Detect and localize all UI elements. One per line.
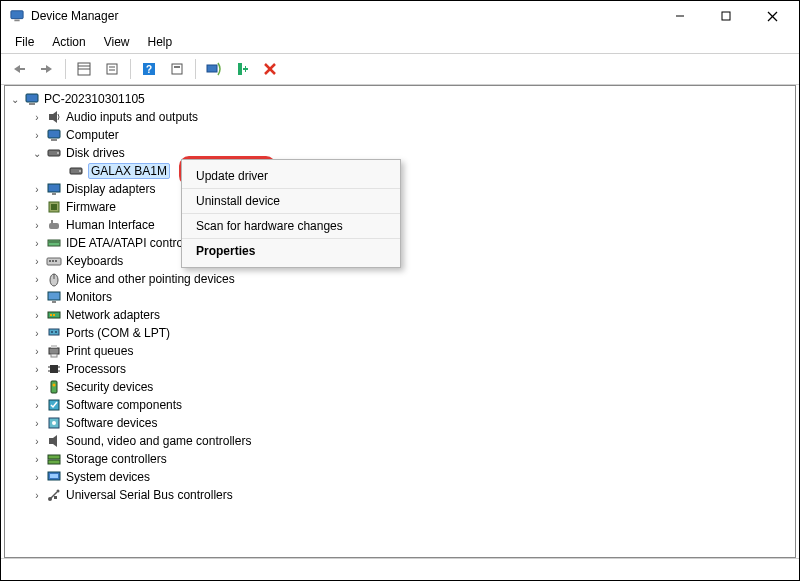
device-tree-pane[interactable]: ⌄ PC-202310301105 › Audio inputs and out… (4, 85, 796, 558)
svg-rect-0 (11, 11, 23, 19)
tree-category-ports-com-lpt-[interactable]: › Ports (COM & LPT) (30, 324, 792, 342)
forward-button[interactable] (35, 58, 59, 80)
close-button[interactable] (749, 1, 795, 31)
expander-icon[interactable]: › (30, 290, 44, 304)
svg-rect-25 (29, 103, 35, 105)
tree-category-display-adapters[interactable]: › Display adapters (30, 180, 792, 198)
maximize-button[interactable] (703, 1, 749, 31)
tree-category-software-components[interactable]: › Software components (30, 396, 792, 414)
tree-category-computer[interactable]: › Computer (30, 126, 792, 144)
context-menu-properties[interactable]: Properties (182, 239, 400, 263)
expander-icon[interactable]: › (30, 380, 44, 394)
tree-category-firmware[interactable]: › Firmware (30, 198, 792, 216)
expander-icon[interactable]: › (30, 254, 44, 268)
tree-category-label: Human Interface (66, 218, 155, 232)
expander-icon[interactable]: › (30, 110, 44, 124)
tree-category-ide-ata-atapi-controllers[interactable]: › IDE ATA/ATAPI controllers (30, 234, 792, 252)
uninstall-button[interactable] (258, 58, 282, 80)
tree-category-label: Display adapters (66, 182, 155, 196)
tree-category-system-devices[interactable]: › System devices (30, 468, 792, 486)
context-menu-update-driver[interactable]: Update driver (182, 164, 400, 189)
expander-icon[interactable]: › (30, 416, 44, 430)
tree-root-label: PC-202310301105 (44, 92, 145, 106)
expander-icon[interactable]: › (30, 272, 44, 286)
menu-file[interactable]: File (7, 33, 42, 51)
svg-rect-34 (52, 193, 56, 195)
svg-rect-27 (48, 130, 60, 138)
tree-root[interactable]: ⌄ PC-202310301105 (8, 90, 792, 108)
expander-icon[interactable]: › (30, 434, 44, 448)
add-legacy-button[interactable] (230, 58, 254, 80)
expander-icon[interactable]: › (30, 488, 44, 502)
title-bar: Device Manager (1, 1, 799, 31)
cpu-icon (46, 361, 62, 377)
tree-category-monitors[interactable]: › Monitors (30, 288, 792, 306)
menu-help[interactable]: Help (140, 33, 181, 51)
tree-category-sound-video-and-game-controllers[interactable]: › Sound, video and game controllers (30, 432, 792, 450)
context-menu-uninstall-device[interactable]: Uninstall device (182, 189, 400, 214)
tree-category-label: Security devices (66, 380, 153, 394)
status-bar (1, 558, 799, 578)
tree-category-label: Software components (66, 398, 182, 412)
menu-view[interactable]: View (96, 33, 138, 51)
svg-rect-16 (172, 64, 182, 74)
tree-category-mice-and-other-pointing-devices[interactable]: › Mice and other pointing devices (30, 270, 792, 288)
expander-icon[interactable]: › (30, 218, 44, 232)
svg-rect-70 (48, 460, 60, 464)
svg-rect-42 (49, 260, 51, 262)
svg-rect-24 (26, 94, 38, 102)
tree-category-network-adapters[interactable]: › Network adapters (30, 306, 792, 324)
expander-icon[interactable]: › (30, 236, 44, 250)
tree-category-print-queues[interactable]: › Print queues (30, 342, 792, 360)
app-icon (9, 8, 25, 24)
svg-rect-68 (49, 438, 53, 444)
minimize-button[interactable] (657, 1, 703, 31)
disk-icon (68, 163, 84, 179)
storage-icon (46, 451, 62, 467)
toolbar-separator (195, 59, 196, 79)
expander-icon[interactable]: › (30, 452, 44, 466)
action-button[interactable] (165, 58, 189, 80)
tree-category-software-devices[interactable]: › Software devices (30, 414, 792, 432)
expander-icon[interactable]: › (30, 128, 44, 142)
svg-rect-21 (245, 66, 246, 72)
svg-rect-37 (49, 223, 59, 229)
svg-rect-17 (174, 66, 180, 68)
tree-category-disk-drives[interactable]: ⌄ Disk drives (30, 144, 792, 162)
svg-rect-11 (107, 64, 117, 74)
expander-icon[interactable]: › (30, 182, 44, 196)
tree-category-security-devices[interactable]: › Security devices (30, 378, 792, 396)
svg-rect-58 (50, 365, 58, 373)
svg-rect-50 (50, 314, 52, 316)
expander-icon[interactable]: ⌄ (8, 92, 22, 106)
tree-category-storage-controllers[interactable]: › Storage controllers (30, 450, 792, 468)
svg-rect-72 (50, 474, 58, 478)
expander-icon[interactable]: › (30, 308, 44, 322)
expander-icon[interactable]: ⌄ (30, 146, 44, 160)
tree-category-universal-serial-bus-controllers[interactable]: › Universal Serial Bus controllers (30, 486, 792, 504)
expander-icon[interactable]: › (30, 362, 44, 376)
expander-icon[interactable]: › (30, 398, 44, 412)
tree-category-label: Mice and other pointing devices (66, 272, 235, 286)
properties-button[interactable] (100, 58, 124, 80)
tree-category-processors[interactable]: › Processors (30, 360, 792, 378)
expander-icon[interactable]: › (30, 200, 44, 214)
tree-category-human-interface[interactable]: › Human Interface (30, 216, 792, 234)
svg-point-64 (53, 384, 56, 387)
svg-rect-7 (41, 68, 46, 70)
expander-icon[interactable]: › (30, 326, 44, 340)
menu-action[interactable]: Action (44, 33, 93, 51)
computer-icon (24, 91, 40, 107)
tree-category-keyboards[interactable]: › Keyboards (30, 252, 792, 270)
expander-icon[interactable]: › (30, 470, 44, 484)
help-button[interactable]: ? (137, 58, 161, 80)
scan-button[interactable] (202, 58, 226, 80)
audio-icon (46, 109, 62, 125)
tree-category-audio-inputs-and-outputs[interactable]: › Audio inputs and outputs (30, 108, 792, 126)
show-hide-tree-button[interactable] (72, 58, 96, 80)
context-menu-scan-hardware[interactable]: Scan for hardware changes (182, 214, 400, 239)
tree-device-galax-ba1m[interactable]: GALAX BA1M (52, 162, 792, 180)
back-button[interactable] (7, 58, 31, 80)
expander-icon[interactable]: › (30, 344, 44, 358)
svg-point-32 (79, 170, 81, 172)
